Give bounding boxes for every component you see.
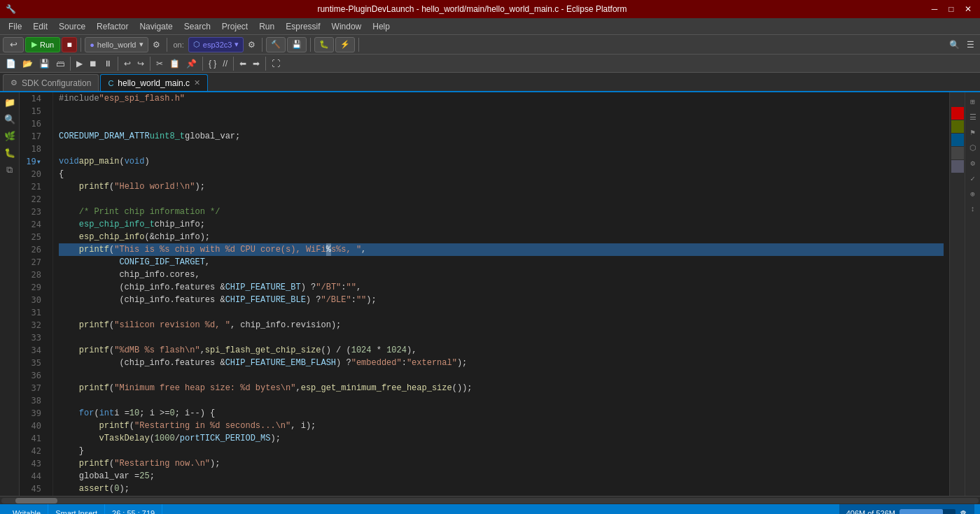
status-writable[interactable]: Writable: [6, 504, 48, 514]
fullscreen-button[interactable]: ⛶: [269, 56, 283, 71]
run2-button[interactable]: ▶: [74, 56, 85, 71]
line-num-14: 14: [20, 92, 47, 105]
line-num-37: 37: [20, 382, 47, 394]
new-button[interactable]: 📄: [3, 56, 19, 71]
tab-close-button[interactable]: ✕: [194, 78, 200, 87]
status-position[interactable]: 26 : 55 : 719: [105, 504, 162, 514]
tab-sdk-configuration[interactable]: ⚙ SDK Configuration: [3, 74, 99, 91]
info-indicator[interactable]: [951, 134, 964, 146]
c-file-icon: C: [108, 79, 113, 87]
panel-icon-8[interactable]: ↕: [967, 203, 979, 215]
search-sidebar-icon[interactable]: 🔍: [2, 112, 18, 127]
git-icon[interactable]: 🌿: [2, 129, 18, 144]
code-line-29: (chip_info.features & CHIP_FEATURE_BT) ?…: [59, 281, 944, 294]
stop-button[interactable]: ■: [62, 37, 77, 52]
run-button[interactable]: ▶ Run: [25, 37, 60, 52]
title-bar: 🔧 runtime-PluginDevLaunch - hello_world/…: [0, 0, 980, 18]
menu-run[interactable]: Run: [253, 20, 280, 33]
chip-icon: ⬡: [193, 40, 200, 49]
status-memory: 406M of 526M 🗑: [839, 504, 974, 514]
save2-button[interactable]: 💾: [36, 56, 52, 71]
bookmark-indicator[interactable]: [951, 160, 964, 173]
code-line-14: #include "esp_spi_flash.h": [59, 92, 944, 105]
line-num-17: 17: [20, 130, 47, 143]
debug-button[interactable]: 🐛: [314, 37, 334, 52]
scroll-track[interactable]: [1, 498, 979, 504]
sep-t2-4: [202, 57, 203, 71]
menu-source[interactable]: Source: [53, 20, 91, 33]
writable-label: Writable: [13, 509, 41, 514]
pause-button[interactable]: ⏸: [101, 56, 115, 71]
error-indicator[interactable]: [951, 107, 964, 120]
status-bar: Writable Smart Insert 26 : 55 : 719 406M…: [0, 504, 980, 514]
debug-sidebar-icon[interactable]: 🐛: [2, 145, 18, 161]
menu-edit[interactable]: Edit: [27, 20, 53, 33]
minimize-button[interactable]: ─: [928, 3, 941, 15]
project-settings-button[interactable]: ⚙: [150, 37, 163, 52]
horizontal-scrollbar[interactable]: [0, 496, 980, 504]
save-button[interactable]: 💾: [287, 37, 307, 52]
format-button[interactable]: { }: [206, 56, 219, 71]
save-all-button[interactable]: 🗃: [53, 56, 67, 71]
code-line-16: [59, 117, 944, 130]
chip-target[interactable]: ⬡ esp32c3 ▾: [188, 37, 244, 52]
flash-button[interactable]: ⚡: [335, 37, 355, 52]
panel-icon-2[interactable]: ☰: [967, 110, 979, 123]
memory-trash-icon[interactable]: 🗑: [960, 509, 967, 514]
comment-button[interactable]: //: [220, 56, 230, 71]
redo-button[interactable]: ↪: [134, 56, 147, 71]
maximize-button[interactable]: □: [945, 3, 958, 15]
menu-help[interactable]: Help: [367, 20, 396, 33]
stop2-button[interactable]: ⏹: [86, 56, 100, 71]
code-line-25: esp_chip_info(&chip_info);: [59, 231, 944, 243]
run-icon: ▶: [31, 40, 37, 49]
line-num-34: 34: [20, 344, 47, 357]
menu-window[interactable]: Window: [326, 20, 368, 33]
menu-espressif[interactable]: Espressif: [280, 20, 326, 33]
stop-icon: ■: [67, 40, 72, 50]
on-label: on:: [174, 41, 184, 49]
panel-icon-1[interactable]: ⊞: [967, 95, 979, 108]
menu-navigate[interactable]: Navigate: [134, 20, 178, 33]
menu-file[interactable]: File: [3, 20, 27, 33]
title-bar-controls: ─ □ ✕: [928, 3, 974, 15]
explorer-icon[interactable]: 📁: [2, 95, 18, 110]
scroll-thumb[interactable]: [15, 498, 57, 504]
menu-refactor[interactable]: Refactor: [91, 20, 134, 33]
code-line-31: [59, 306, 944, 319]
code-line-23: /* Print chip information */: [59, 206, 944, 218]
build-button[interactable]: 🔨: [266, 37, 286, 52]
project-dropdown[interactable]: ● hello_world ▾: [85, 37, 148, 52]
warning-indicator[interactable]: [951, 120, 964, 133]
line-num-19: 19▾: [20, 155, 47, 168]
back2-button[interactable]: ⬅: [237, 56, 249, 71]
panel-icon-4[interactable]: ⬡: [967, 141, 979, 154]
tab-hello-world-main[interactable]: C hello_world_main.c ✕: [100, 74, 208, 91]
panel-icon-6[interactable]: ✓: [967, 172, 979, 185]
panel-icon-3[interactable]: ⚑: [967, 126, 979, 138]
code-editor[interactable]: #include "esp_spi_flash.h" COREDUMP_DRAM…: [53, 92, 949, 496]
search-button[interactable]: 🔍: [946, 37, 962, 52]
back-button[interactable]: ↩: [3, 37, 24, 52]
menu-search[interactable]: Search: [178, 20, 216, 33]
memory-bar-background: [899, 509, 955, 514]
chip-settings-button[interactable]: ⚙: [245, 37, 258, 52]
extensions-icon[interactable]: ⧉: [2, 162, 18, 178]
panel-icon-7[interactable]: ⊕: [967, 187, 979, 200]
open-button[interactable]: 📂: [20, 56, 36, 71]
paste-button[interactable]: 📌: [183, 56, 200, 71]
preferences-button[interactable]: ☰: [964, 37, 977, 52]
code-line-24: esp_chip_info_t chip_info;: [59, 218, 944, 231]
close-button[interactable]: ✕: [962, 3, 974, 15]
occurrence-indicator[interactable]: [951, 147, 964, 159]
copy-button[interactable]: 📋: [167, 56, 183, 71]
panel-icon-5[interactable]: ⚙: [967, 157, 979, 169]
editor-area[interactable]: 14 15 16 17 18 19▾ 20 21 22 23 24 25 26 …: [20, 92, 949, 496]
separator1: [80, 38, 81, 52]
menu-project[interactable]: Project: [216, 20, 253, 33]
toolbar2: 📄 📂 💾 🗃 ▶ ⏹ ⏸ ↩ ↪ ✂ 📋 📌 { } // ⬅ ➡ ⛶: [0, 55, 980, 73]
undo-button[interactable]: ↩: [121, 56, 134, 71]
status-insert-mode[interactable]: Smart Insert: [48, 504, 105, 514]
forward-button[interactable]: ➡: [250, 56, 262, 71]
cut-button[interactable]: ✂: [153, 56, 166, 71]
